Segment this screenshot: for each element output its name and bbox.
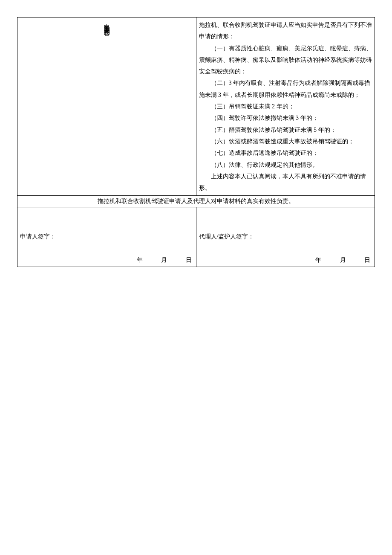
declaration-item-5: （五）醉酒驾驶依法被吊销驾驶证未满 5 年的； [199,124,372,136]
applicant-signature-label: 申请人签字： [20,233,56,241]
declaration-content: 拖拉机、联合收割机驾驶证申请人应当如实申告是否具有下列不准申请的情形： （一）有… [196,17,375,196]
agent-date-line: 年 月 日 [298,256,370,264]
declaration-item-6: （六）饮酒或醉酒驾驶造成重大事故被吊销驾驶证的； [199,136,372,147]
notice-row: 拖拉机和联合收割机驾驶证申请人及代理人对申请材料的真实有效性负责。 [17,196,375,207]
month-label: 月 [161,256,167,264]
agent-signature-label: 代理人/监护人签字： [199,233,254,241]
section-label-cell: 申告的义务和内容 [17,17,196,196]
agent-signature-cell[interactable]: 代理人/监护人签字： 年 月 日 [196,207,375,267]
notice-text: 拖拉机和联合收割机驾驶证申请人及代理人对申请材料的真实有效性负责。 [98,198,294,204]
declaration-item-7: （七）造成事故后逃逸被吊销驾驶证的； [199,147,372,159]
year-label: 年 [137,256,143,264]
month-label: 月 [340,256,346,264]
declaration-item-3: （三）吊销驾驶证未满 2 年的； [199,101,372,112]
form-table: 申告的义务和内容 拖拉机、联合收割机驾驶证申请人应当如实申告是否具有下列不准申请… [17,17,375,267]
section-label: 申告的义务和内容 [103,19,110,26]
declaration-confirm: 上述内容本人已认真阅读，本人不具有所列的不准申请的情形。 [199,171,372,194]
declaration-item-2: （二）3 年内有吸食、注射毒品行为或者解除强制隔离戒毒措施未满 3 年，或者长期… [199,77,372,101]
declaration-item-4: （四）驾驶许可依法被撤销未满 3 年的； [199,112,372,124]
declaration-item-8: （八）法律、行政法规规定的其他情形。 [199,159,372,171]
applicant-signature-cell[interactable]: 申请人签字： 年 月 日 [17,207,196,267]
year-label: 年 [315,256,321,264]
declaration-intro: 拖拉机、联合收割机驾驶证申请人应当如实申告是否具有下列不准申请的情形： [199,19,372,43]
day-label: 日 [186,256,192,264]
applicant-date-line: 年 月 日 [120,256,192,264]
day-label: 日 [364,256,370,264]
declaration-item-1: （一）有器质性心脏病、癫痫、美尼尔氏症、眩晕症、痔病、震颤麻痹、精神病、痴呆以及… [199,43,372,78]
